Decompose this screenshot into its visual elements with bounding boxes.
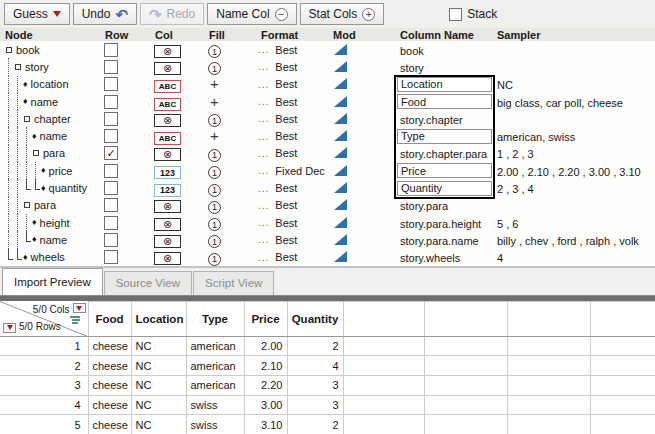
format-cell[interactable]: ...Best (250, 78, 330, 90)
tree-node-cell[interactable]: ♦name (0, 93, 100, 110)
format-ellipsis-button[interactable]: ... (258, 252, 269, 263)
row-checkbox[interactable] (104, 216, 118, 230)
tree-node-cell[interactable]: ♦name (0, 231, 100, 248)
fill-repeat-icon[interactable]: + (210, 93, 219, 110)
preview-row-number[interactable]: 3 (0, 376, 88, 396)
excluded-column-icon[interactable]: ⊗ (154, 218, 181, 231)
columns-menu-button[interactable] (73, 303, 86, 313)
continuous-modeling-icon[interactable] (334, 182, 347, 193)
excluded-column-icon[interactable]: ⊗ (154, 114, 181, 127)
row-checkbox[interactable] (104, 181, 118, 195)
stack-checkbox[interactable] (449, 8, 462, 21)
column-name-input[interactable]: Food (397, 94, 492, 109)
row-checkbox[interactable] (104, 43, 118, 57)
continuous-modeling-icon[interactable] (334, 44, 347, 55)
continuous-modeling-icon[interactable] (334, 217, 347, 228)
format-cell[interactable]: ...Best (250, 113, 330, 125)
continuous-modeling-icon[interactable] (334, 61, 347, 72)
continuous-modeling-icon[interactable] (334, 251, 347, 262)
preview-row-number[interactable]: 5 (0, 415, 88, 434)
excluded-column-icon[interactable]: ⊗ (154, 200, 181, 213)
format-cell[interactable]: ...Best (250, 96, 330, 108)
character-column-icon[interactable]: ABC (154, 80, 181, 93)
tree-node-cell[interactable]: chapter (0, 110, 100, 127)
format-ellipsis-button[interactable]: ... (258, 113, 269, 124)
format-ellipsis-button[interactable]: ... (258, 234, 269, 245)
fill-once-icon[interactable]: 1 (208, 114, 221, 127)
format-cell[interactable]: ...Best (250, 234, 330, 246)
tree-node-cell[interactable]: story (0, 58, 100, 75)
row-checkbox[interactable] (104, 112, 118, 126)
fill-once-icon[interactable]: 1 (208, 62, 221, 75)
numeric-column-icon[interactable]: 123 (154, 184, 181, 197)
tree-node-cell[interactable]: ♦quantity (0, 179, 100, 196)
row-checkbox[interactable] (104, 250, 118, 264)
format-cell[interactable]: ...Fixed Dec (250, 165, 330, 177)
fill-once-icon[interactable]: 1 (208, 235, 221, 248)
fill-once-icon[interactable]: 1 (208, 201, 221, 214)
tree-node-cell[interactable]: para (0, 197, 100, 214)
format-ellipsis-button[interactable]: ... (258, 96, 269, 107)
continuous-modeling-icon[interactable] (334, 234, 347, 245)
row-checkbox[interactable]: ✓ (104, 146, 118, 160)
column-name-input[interactable]: Type (397, 129, 492, 144)
tree-node-cell[interactable]: ♦location (0, 76, 100, 93)
format-ellipsis-button[interactable]: ... (258, 200, 269, 211)
undo-button[interactable]: Undo ↶ (73, 3, 137, 25)
format-cell[interactable]: ...Best (250, 61, 330, 73)
continuous-modeling-icon[interactable] (334, 199, 347, 210)
numeric-column-icon[interactable]: 123 (154, 166, 181, 179)
format-cell[interactable]: ...Best (250, 251, 330, 263)
row-checkbox[interactable] (104, 77, 118, 91)
excluded-column-icon[interactable]: ⊗ (154, 45, 181, 58)
format-ellipsis-button[interactable]: ... (258, 131, 269, 142)
row-checkbox[interactable] (104, 95, 118, 109)
format-cell[interactable]: ...Best (250, 182, 330, 194)
column-name-input[interactable]: Price (397, 163, 492, 178)
fill-once-icon[interactable]: 1 (208, 45, 221, 58)
preview-row-number[interactable]: 4 (0, 395, 88, 415)
fill-repeat-icon[interactable]: + (210, 75, 219, 92)
continuous-modeling-icon[interactable] (334, 78, 347, 89)
character-column-icon[interactable]: ABC (154, 132, 181, 145)
continuous-modeling-icon[interactable] (334, 113, 347, 124)
excluded-column-icon[interactable]: ⊗ (154, 235, 181, 248)
preview-row-number[interactable]: 2 (0, 356, 88, 376)
tree-node-cell[interactable]: ♦wheels (0, 249, 100, 266)
format-cell[interactable]: ...Best (250, 44, 330, 56)
row-checkbox[interactable] (104, 60, 118, 74)
tab-import-preview[interactable]: Import Preview (2, 268, 103, 295)
format-ellipsis-button[interactable]: ... (258, 61, 269, 72)
row-checkbox[interactable] (104, 129, 118, 143)
fill-once-icon[interactable]: 1 (208, 166, 221, 179)
format-ellipsis-button[interactable]: ... (258, 165, 269, 176)
format-cell[interactable]: ...Best (250, 217, 330, 229)
continuous-modeling-icon[interactable] (334, 130, 347, 141)
character-column-icon[interactable]: ABC (154, 98, 181, 111)
tree-node-cell[interactable]: ♦name (0, 127, 100, 144)
continuous-modeling-icon[interactable] (334, 147, 347, 158)
format-cell[interactable]: ...Best (250, 199, 330, 211)
tab-script-view[interactable]: Script View (193, 271, 274, 295)
tree-node-cell[interactable]: book (0, 41, 100, 58)
tree-node-cell[interactable]: para (0, 145, 100, 162)
format-ellipsis-button[interactable]: ... (258, 79, 269, 90)
preview-row-number[interactable]: 1 (0, 336, 88, 356)
continuous-modeling-icon[interactable] (334, 96, 347, 107)
tree-node-cell[interactable]: ♦price (0, 162, 100, 179)
rows-menu-button[interactable] (3, 323, 16, 333)
tree-node-cell[interactable]: ♦height (0, 214, 100, 231)
row-checkbox[interactable] (104, 198, 118, 212)
format-cell[interactable]: ...Best (250, 130, 330, 142)
name-col-button[interactable]: Name Col − (207, 3, 296, 25)
excluded-column-icon[interactable]: ⊗ (154, 148, 181, 161)
tab-source-view[interactable]: Source View (104, 271, 192, 295)
fill-repeat-icon[interactable]: + (210, 127, 219, 144)
continuous-modeling-icon[interactable] (334, 165, 347, 176)
fill-once-icon[interactable]: 1 (208, 253, 221, 266)
fill-once-icon[interactable]: 1 (208, 149, 221, 162)
format-ellipsis-button[interactable]: ... (258, 217, 269, 228)
format-ellipsis-button[interactable]: ... (258, 183, 269, 194)
redo-button[interactable]: ↷ Redo (140, 3, 204, 25)
row-checkbox[interactable] (104, 233, 118, 247)
